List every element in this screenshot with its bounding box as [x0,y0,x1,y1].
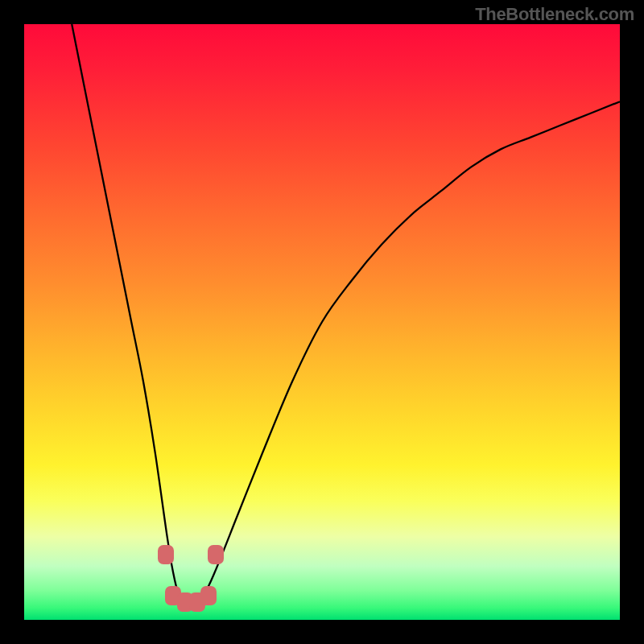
chart-plot-area [24,24,620,620]
curve-marker [158,545,174,564]
curve-path [72,24,620,603]
watermark-text: TheBottleneck.com [475,4,634,25]
curve-marker [208,545,224,564]
bottleneck-curve [24,24,620,620]
curve-marker [200,586,217,605]
